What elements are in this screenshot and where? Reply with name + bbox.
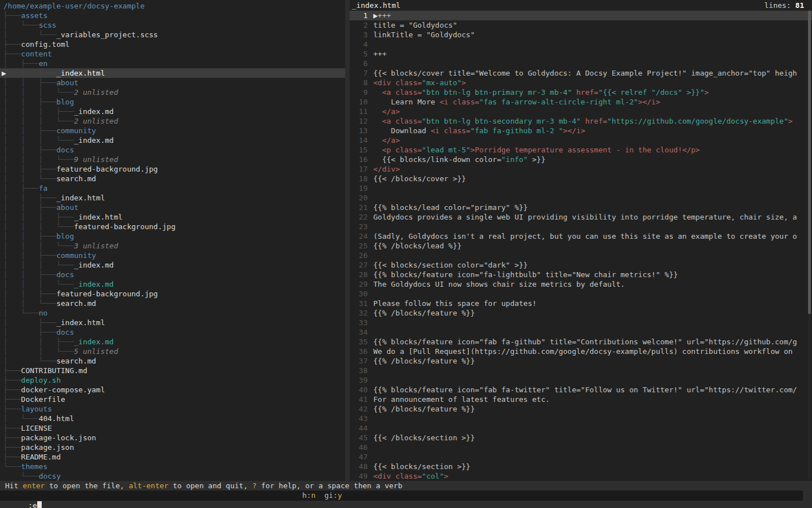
code-line[interactable]: 19 — [350, 183, 812, 193]
code-view[interactable]: 1▶+++2title = "Goldydocs"3linkTitle = "G… — [350, 11, 812, 481]
code-line[interactable]: 4 — [350, 40, 812, 49]
code-line[interactable]: 11 </a> — [350, 107, 812, 116]
code-line[interactable]: 45{{< /blocks/section >}} — [350, 433, 812, 443]
tree-row[interactable]: ├───package.json — [0, 443, 345, 452]
code-line[interactable]: 44 — [350, 423, 812, 433]
tree-row[interactable]: │ │ └───search.md — [0, 174, 345, 183]
tree-row[interactable]: ├───docker-compose.yaml — [0, 385, 345, 395]
code-line[interactable]: 16 {{< blocks/link-down color="info" >}} — [350, 155, 812, 164]
code-line[interactable]: 27{{< blocks/section color="dark" >}} — [350, 260, 812, 270]
code-line[interactable]: 20 — [350, 193, 812, 203]
code-line[interactable]: 40{{% blocks/feature icon="fab fa-twitte… — [350, 385, 812, 395]
tree-row[interactable]: ▶│ │ ├───_index.html — [0, 68, 345, 78]
code-line[interactable]: 49<div class="col"> — [350, 471, 812, 481]
tree-row[interactable]: │ ├───docs — [0, 327, 345, 337]
tree-row[interactable]: │ │ ├───about — [0, 78, 345, 87]
tree-row[interactable]: ├───deploy.sh — [0, 375, 345, 385]
tree-row[interactable]: │ └───no — [0, 308, 345, 318]
code-line[interactable]: 34 — [350, 327, 812, 337]
tree-row[interactable]: │ │ ├───featured-background.jpg — [0, 164, 345, 174]
code-line[interactable]: 35{{% blocks/feature icon="fab fa-github… — [350, 337, 812, 347]
code-line[interactable]: 6 — [350, 59, 812, 68]
tree-row[interactable]: │ └───search.md — [0, 356, 345, 366]
code-line[interactable]: 18{{< /blocks/cover >}} — [350, 174, 812, 183]
tree-row[interactable]: ├───content — [0, 49, 345, 59]
code-line[interactable]: 2title = "Goldydocs" — [350, 20, 812, 30]
code-line[interactable]: 32{{% /blocks/feature %}} — [350, 308, 812, 318]
tree-row[interactable]: │ ├───fa — [0, 183, 345, 193]
tree-row[interactable]: │ │ │ └───_index.md — [0, 279, 345, 289]
tree-row[interactable]: │ │ │ └───_index.md — [0, 135, 345, 145]
code-line[interactable]: 13 Download <i class="fab fa-github ml-2… — [350, 126, 812, 135]
tree-row[interactable]: │ │ ├───blog — [0, 231, 345, 241]
tree-row[interactable]: │ │ └───5 unlisted — [0, 347, 345, 356]
tree-row[interactable]: ├───README.md — [0, 452, 345, 462]
tree-row[interactable]: │ │ │ └───_index.md — [0, 260, 345, 270]
tree-row[interactable]: │ ├───_index.html — [0, 318, 345, 327]
tree-row[interactable]: │ │ │ └───featured-background.jpg — [0, 222, 345, 231]
tree-row[interactable]: │ │ ├───_index.md — [0, 337, 345, 347]
code-line[interactable]: 30 — [350, 289, 812, 299]
code-line[interactable]: 3linkTitle = "Goldydocs" — [350, 30, 812, 40]
tree-row[interactable]: │ │ ├───docs — [0, 145, 345, 155]
code-line[interactable]: 43 — [350, 414, 812, 423]
tree-row[interactable]: │ │ ├───featured-background.jpg — [0, 289, 345, 299]
code-line[interactable]: 10 Learn More <i class="fas fa-arrow-alt… — [350, 97, 812, 107]
tree-row[interactable]: │ │ │ └───2 unlisted — [0, 87, 345, 97]
tree-row[interactable]: │ │ │ └───2 unlisted — [0, 116, 345, 126]
code-line[interactable]: 17</div> — [350, 164, 812, 174]
code-line[interactable]: 1▶+++ — [350, 11, 812, 20]
code-line[interactable]: 46 — [350, 443, 812, 452]
tree-row[interactable]: ├───LICENSE — [0, 423, 345, 433]
scrollbar-thumb[interactable] — [808, 11, 811, 314]
code-line[interactable]: 14 </a> — [350, 135, 812, 145]
code-line[interactable]: 23 — [350, 222, 812, 231]
tree-row[interactable]: └───themes — [0, 462, 345, 471]
tree-root-path[interactable]: /home/example-user/docsy-example — [0, 1, 345, 11]
tree-row[interactable]: └───docsy — [0, 471, 345, 481]
code-line[interactable]: 22Goldydocs provides a single web UI pro… — [350, 212, 812, 222]
code-line[interactable]: 39 — [350, 375, 812, 385]
code-line[interactable]: 47 — [350, 452, 812, 462]
tree-row[interactable]: ├───assets — [0, 11, 345, 20]
code-line[interactable]: 36We do a [Pull Request](https://github.… — [350, 347, 812, 356]
code-line[interactable]: 26 — [350, 251, 812, 260]
tree-row[interactable]: │ │ ├───docs — [0, 270, 345, 279]
code-line[interactable]: 21{{% blocks/lead color="primary" %}} — [350, 203, 812, 212]
tree-row[interactable]: │ │ └───search.md — [0, 299, 345, 308]
tree-row[interactable]: │ └───_variables_project.scss — [0, 30, 345, 40]
preview-scrollbar[interactable] — [808, 11, 811, 479]
code-line[interactable]: 48{{< blocks/section >}} — [350, 462, 812, 471]
tree-row[interactable]: │ │ │ ├───_index.html — [0, 212, 345, 222]
tree-row[interactable]: ├───Dockerfile — [0, 395, 345, 404]
tree-row[interactable]: │ │ │ └───9 unlisted — [0, 155, 345, 164]
tree-row[interactable]: │ │ ├───_index.html — [0, 193, 345, 203]
tree-row[interactable]: │ │ │ └───3 unlisted — [0, 241, 345, 251]
code-line[interactable]: 15 <p class="lead mt-5">Porridge tempera… — [350, 145, 812, 155]
tree-row[interactable]: ├───config.toml — [0, 40, 345, 49]
tree-row[interactable]: ├───package-lock.json — [0, 433, 345, 443]
code-line[interactable]: 38 — [350, 366, 812, 375]
code-line[interactable]: 28{{% blocks/feature icon="fa-lightbulb"… — [350, 270, 812, 279]
tree-row[interactable]: │ │ ├───blog — [0, 97, 345, 107]
code-line[interactable]: 24(Sadly, Goldydocs isn't a real project… — [350, 231, 812, 241]
code-line[interactable]: 9 <a class="btn btn-lg btn-primary mr-3 … — [350, 87, 812, 97]
code-line[interactable]: 29The Goldydocs UI now shows chair size … — [350, 279, 812, 289]
code-line[interactable]: 42{{% /blocks/feature %}} — [350, 404, 812, 414]
tree-row[interactable]: │ └───404.html — [0, 414, 345, 423]
code-line[interactable]: 31Please follow this space for updates! — [350, 299, 812, 308]
code-line[interactable]: 25{{% /blocks/lead %}} — [350, 241, 812, 251]
command-input[interactable]: :e h:n gi:y — [0, 491, 803, 501]
tree-row[interactable]: ├───CONTRIBUTING.md — [0, 366, 345, 375]
code-line[interactable]: 7{{< blocks/cover title="Welcome to Gold… — [350, 68, 812, 78]
preview-panel[interactable]: _index.html lines: 81 1▶+++2title = "Gol… — [350, 0, 812, 481]
code-line[interactable]: 41For announcement of latest features et… — [350, 395, 812, 404]
tree-row[interactable]: ├───layouts — [0, 404, 345, 414]
code-line[interactable]: 8<div class="mx-auto"> — [350, 78, 812, 87]
file-tree-panel[interactable]: /home/example-user/docsy-example├───asse… — [0, 0, 345, 481]
tree-row[interactable]: │ └───scss — [0, 20, 345, 30]
tree-row[interactable]: │ ├───en — [0, 59, 345, 68]
code-line[interactable]: 37{{% /blocks/feature %}} — [350, 356, 812, 366]
code-line[interactable]: 12 <a class="btn btn-lg btn-secondary mr… — [350, 116, 812, 126]
tree-row[interactable]: │ │ ├───community — [0, 251, 345, 260]
